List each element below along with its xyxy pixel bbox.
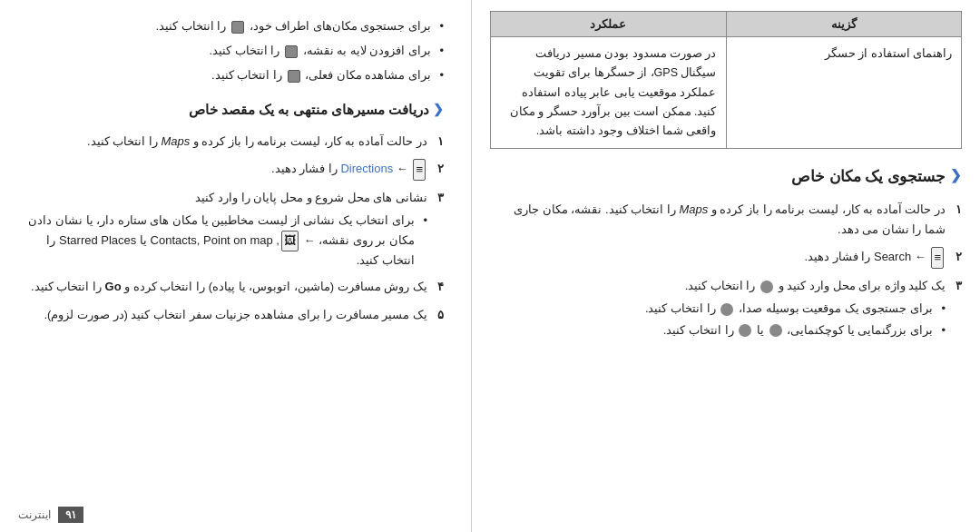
bullet-item-3: برای مشاهده مکان فعلی، را انتخاب کنید. [18, 65, 444, 85]
table-cell-option: راهنمای استفاده از حسگر [726, 37, 962, 148]
intro-bullet-list: برای جستجوی مکان‌های اطراف خود، را انتخا… [18, 16, 444, 85]
page-number: ۹۱ [58, 507, 83, 523]
right-sub-2: برای بزرگنمایی یا کوچکنمایی، یا را انتخا… [490, 321, 946, 340]
page-number-bar: ۹۱ اینترنت [18, 507, 83, 523]
left-column: برای جستجوی مکان‌های اطراف خود، را انتخا… [0, 0, 472, 532]
table-body: راهنمای استفاده از حسگر در صورت مسدود بو… [491, 37, 961, 148]
bullet-item-2: برای افزودن لایه به نقشه، را انتخاب کنید… [18, 41, 444, 61]
left-step-2: ۲ ≡ ← Directions را فشار دهید. [18, 159, 444, 181]
contacts-icon: 🖼 [281, 231, 299, 251]
right-step-3-sub: برای جستجوی یک موقعیت بوسیله صدا، را انت… [490, 300, 946, 340]
maps-word-right: Maps [679, 202, 708, 216]
menu-icon-2: ≡ [413, 159, 426, 181]
step-3-sub: برای انتخاب یک نشانی از لیست مخاطبین یا … [18, 212, 427, 270]
right-section-title: جستجوی یک مکان خاص [490, 165, 962, 189]
table-header-option: گزینه [726, 12, 962, 36]
go-word: Go [105, 280, 122, 293]
left-step-3: ۳ نشانی های محل شروع و محل پایان را وارد… [18, 188, 444, 270]
right-sub-1: برای جستجوی یک موقعیت بوسیله صدا، را انت… [490, 300, 946, 319]
table-header-function: عملکرد [491, 12, 726, 36]
right-column: گزینه عملکرد راهنمای استفاده از حسگر در … [472, 0, 980, 532]
left-section-title: دریافت مسیرهای منتهی به یک مقصد خاص [18, 100, 444, 121]
footer-label: اینترنت [18, 508, 51, 521]
right-step-1: ۱ در حالت آماده به کار، لیست برنامه را ب… [490, 200, 962, 240]
layers-icon [285, 45, 298, 58]
zoom-in-icon [769, 324, 782, 337]
maps-word-1: Maps [161, 134, 190, 148]
directions-label: Directions [340, 162, 393, 175]
left-steps-list: ۱ در حالت آماده به کار، لیست برنامه را ب… [18, 132, 444, 325]
menu-icon-right: ≡ [931, 247, 944, 269]
left-step-5: ۵ یک مسیر مسافرت را برای مشاهده جزنیات س… [18, 305, 444, 325]
step-3-sub-1: برای انتخاب یک نشانی از لیست مخاطبین یا … [18, 212, 427, 270]
zoom-out-icon [739, 324, 751, 337]
right-step-3: ۳ یک کلید واژه برای محل وارد کنید و را ا… [490, 276, 962, 340]
right-steps-list: ۱ در حالت آماده به کار، لیست برنامه را ب… [490, 200, 962, 340]
search-circle-icon [760, 281, 773, 293]
right-step-2: ۲ ≡ ← Search را فشار دهید. [490, 247, 962, 269]
left-step-4: ۴ یک روش مسافرت (ماشین، اتوبوس، یا پیاده… [18, 277, 444, 297]
voice-icon [720, 303, 733, 316]
table-header: گزینه عملکرد [491, 12, 961, 37]
sensor-table: گزینه عملکرد راهنمای استفاده از حسگر در … [490, 11, 962, 149]
bullet-item-1: برای جستجوی مکان‌های اطراف خود، را انتخا… [18, 16, 444, 36]
search-nearby-icon [231, 21, 244, 34]
page-wrapper: برای جستجوی مکان‌های اطراف خود، را انتخا… [0, 0, 980, 532]
table-cell-function: در صورت مسدود بودن مسیر دریافت سیگنال GP… [491, 37, 726, 148]
current-location-icon [288, 70, 300, 83]
left-step-1: ۱ در حالت آماده به کار، لیست برنامه را ب… [18, 132, 444, 152]
